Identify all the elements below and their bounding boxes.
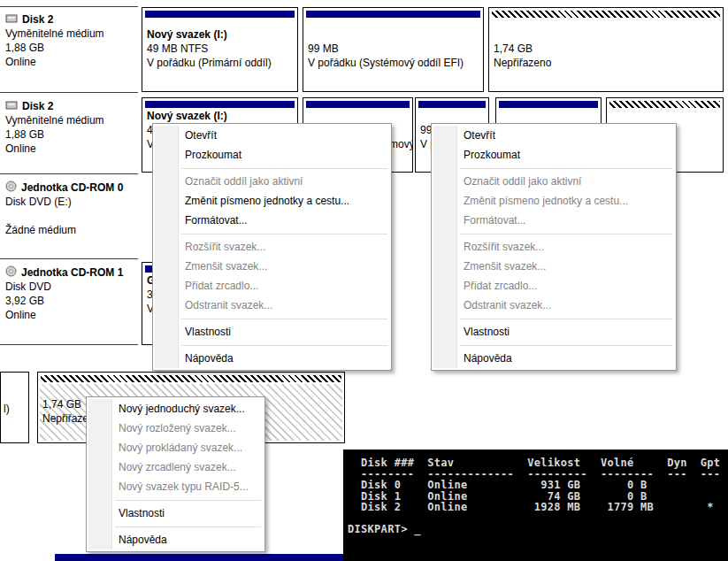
disk-status: Online [5, 308, 134, 322]
partition-name [494, 28, 718, 42]
partition-name-fragment: l) [4, 403, 26, 416]
menu-item-novy-svazek-raid5: Nový svazek typu RAID-5... [87, 477, 264, 496]
cd-rom-icon [5, 265, 17, 280]
menu-item-novy-rozlozeny-svazek: Nový rozložený svazek... [87, 419, 264, 438]
partition-name [308, 28, 479, 42]
disk-status: Online [5, 142, 134, 156]
menu-item-novy-jednoduchy-svazek[interactable]: Nový jednoduchý svazek... [87, 399, 264, 419]
partition-color-bar [418, 101, 486, 108]
menu-separator [153, 165, 391, 172]
menu-item-pridat-zrcadlo: Přidat zrcadlo... [432, 276, 676, 296]
menu-item-napoveda[interactable]: Nápověda [153, 349, 391, 368]
menu-separator [153, 230, 391, 237]
disk-title: Jednotka CD-ROM 1 [21, 266, 123, 279]
context-menu-unallocated: Nový jednoduchý svazek... Nový rozložený… [86, 396, 265, 552]
menu-separator [432, 165, 676, 172]
cd-rom-icon [5, 181, 17, 195]
disk-header-disk2-a[interactable]: Disk 2 Vyměnitelné médium 1,88 GB Online [0, 6, 138, 93]
partition-color-bar [145, 101, 295, 108]
disk-management-view: Disk 2 Vyměnitelné médium 1,88 GB Online… [0, 0, 728, 561]
disk-size: 1,88 GB [5, 127, 134, 142]
partition-name [308, 110, 408, 123]
menu-item-otevrit[interactable]: Otevřít [153, 126, 391, 145]
partition-color-bar [499, 101, 598, 108]
menu-item-oznacit-oddil-jako-aktivni: Označit oddíl jako aktivní [432, 172, 676, 191]
partition-color-bar [306, 11, 480, 18]
partition-size: 99 MB [308, 42, 479, 56]
menu-separator [153, 342, 391, 349]
menu-item-zmensit-svazek: Zmenšit svazek... [153, 257, 391, 276]
partition-status: V pořádku (Primární oddíl) [147, 57, 293, 70]
partition-name [611, 110, 718, 123]
disk-header-cdrom1[interactable]: Jednotka CD-ROM 1 Disk DVD 3,92 GB Onlin… [0, 260, 138, 345]
menu-item-vlastnosti[interactable]: Vlastnosti [153, 322, 391, 342]
unallocated-color-bar [609, 101, 720, 108]
partition-block-novy-svazek[interactable]: Nový svazek (I:) 49 MB NTFS V pořádku (P… [142, 7, 298, 92]
partition-size: 49 MB NTFS [147, 42, 293, 56]
menu-item-odstranit-svazek: Odstranit svazek... [432, 296, 676, 315]
context-menu-volume-2: Otevřít Prozkoumat Označit oddíl jako ak… [431, 123, 677, 371]
menu-item-formatovat[interactable]: Formátovat... [153, 211, 391, 230]
menu-item-novy-prokladany-svazek: Nový prokládaný svazek... [87, 438, 264, 457]
disk-media-type: Disk DVD [5, 280, 134, 294]
disk-title: Disk 2 [22, 100, 53, 112]
menu-item-formatovat: Formátovat... [432, 211, 676, 230]
disk-size: 3,92 GB [5, 294, 134, 308]
disk-header-cdrom0[interactable]: Jednotka CD-ROM 0 Disk DVD (E:) Žádné mé… [0, 175, 138, 259]
partition-block-clipped[interactable]: l) [0, 372, 29, 443]
disk-header-disk2-b[interactable]: Disk 2 Vyměnitelné médium 1,88 GB Online [0, 94, 138, 174]
menu-separator [87, 523, 264, 530]
partition-name: Nový svazek (I:) [147, 110, 293, 123]
unallocated-color-bar [492, 11, 720, 18]
partition-name [501, 110, 596, 123]
context-menu-volume-1: Otevřít Prozkoumat Označit oddíl jako ak… [152, 123, 392, 371]
diskpart-console[interactable]: Disk ### Stav Velikost Volné Dyn Gpt ---… [343, 450, 728, 561]
menu-item-prozkoumat[interactable]: Prozkoumat [153, 145, 391, 165]
disk-media-type: Vyměnitelné médium [5, 113, 134, 127]
partition-status: Nepřiřazeno [494, 57, 718, 70]
disk-status: Žádné médium [5, 223, 134, 237]
menu-item-rozsirit-svazek: Rozšířit svazek... [153, 237, 391, 257]
menu-separator [153, 315, 391, 322]
menu-item-novy-zrcadleny-svazek: Nový zrcadlený svazek... [87, 457, 264, 477]
partition-block-unallocated[interactable]: 1,74 GB Nepřiřazeno [488, 7, 724, 92]
menu-item-oznacit-oddil-jako-aktivni: Označit oddíl jako aktivní [153, 172, 391, 191]
menu-separator [432, 315, 676, 322]
console-output: Disk ### Stav Velikost Volné Dyn Gpt ---… [343, 450, 728, 535]
partition-color-bar-clipped [55, 554, 343, 561]
menu-item-prozkoumat[interactable]: Prozkoumat [432, 145, 676, 165]
menu-item-zmenit-pismeno-jednotky[interactable]: Změnit písmeno jednotky a cestu... [153, 191, 391, 211]
partition-name: Nový svazek (I:) [147, 28, 293, 42]
disk-size: 1,88 GB [5, 41, 134, 55]
partition-name [420, 110, 484, 123]
menu-separator [432, 230, 676, 237]
menu-item-rozsirit-svazek: Rozšířit svazek... [432, 237, 676, 257]
menu-separator [87, 496, 264, 503]
partition-status: V pořádku (Systémový oddíl EFI) [308, 57, 479, 70]
disk-media-type: Vyměnitelné médium [5, 27, 134, 41]
menu-item-vlastnosti[interactable]: Vlastnosti [87, 503, 264, 523]
menu-item-zmenit-pismeno-jednotky: Změnit písmeno jednotky a cestu... [432, 191, 676, 211]
menu-separator [432, 342, 676, 349]
menu-item-otevrit[interactable]: Otevřít [432, 126, 676, 145]
partition-color-bar [145, 11, 295, 18]
disk-drive-icon [5, 13, 18, 27]
menu-item-odstranit-svazek: Odstranit svazek... [153, 296, 391, 315]
disk-title: Disk 2 [22, 13, 53, 26]
disk-status: Online [5, 55, 134, 69]
menu-item-pridat-zrcadlo: Přidat zrcadlo... [153, 276, 391, 296]
partition-size: 1,74 GB [494, 42, 718, 56]
menu-item-vlastnosti[interactable]: Vlastnosti [432, 322, 676, 342]
disk-title: Jednotka CD-ROM 0 [21, 181, 123, 194]
unallocated-color-bar [41, 375, 341, 382]
partition-color-bar [306, 101, 410, 108]
menu-item-napoveda[interactable]: Nápověda [87, 530, 264, 549]
partition-block-efi[interactable]: 99 MB V pořádku (Systémový oddíl EFI) [303, 7, 484, 92]
disk-drive-icon [5, 100, 18, 113]
disk-media-type: Disk DVD (E:) [5, 195, 134, 209]
disk-size [5, 209, 134, 223]
menu-item-napoveda[interactable]: Nápověda [432, 349, 676, 368]
menu-item-zmensit-svazek: Zmenšit svazek... [432, 257, 676, 276]
